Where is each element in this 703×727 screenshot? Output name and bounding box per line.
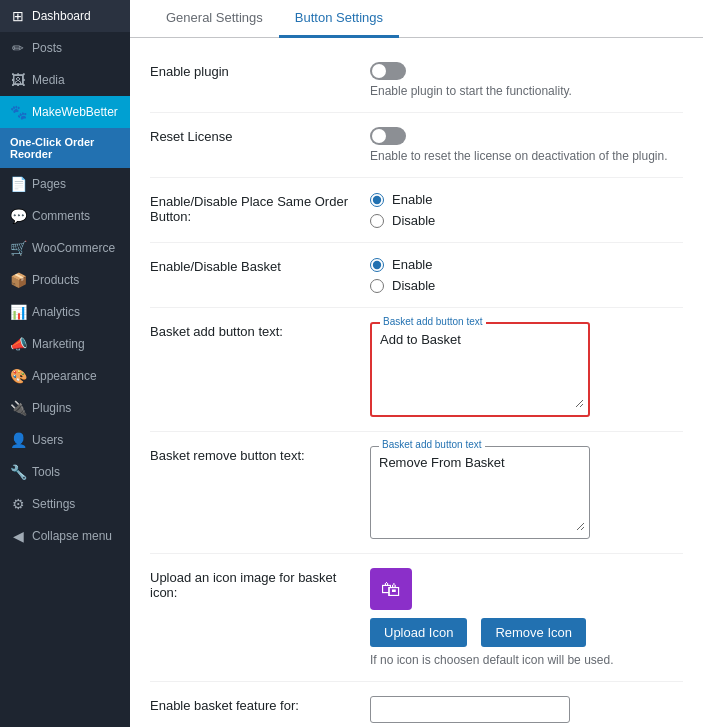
row-reset-license: Reset License Enable to reset the licens…	[150, 113, 683, 178]
radio-label-disable: Disable	[392, 213, 435, 228]
sidebar-item-label: Dashboard	[32, 9, 91, 23]
sidebar-item-posts[interactable]: ✏ Posts	[0, 32, 130, 64]
toggle-reset-license[interactable]	[370, 127, 406, 145]
main-content: General Settings Button Settings Enable …	[130, 0, 703, 727]
control-basket-remove-text: Basket add button text Remove From Baske…	[370, 446, 683, 539]
comments-icon: 💬	[10, 208, 26, 224]
desc-reset-license: Enable to reset the license on deactivat…	[370, 149, 683, 163]
upload-icon-button[interactable]: Upload Icon	[370, 618, 467, 647]
label-place-same-order: Enable/Disable Place Same Order Button:	[150, 192, 350, 224]
row-upload-icon: Upload an icon image for basket icon: 🛍 …	[150, 554, 683, 682]
plugin-header-label: One-Click Order Reorder	[10, 136, 120, 160]
radio-group-place-same-order: Enable Disable	[370, 192, 683, 228]
products-icon: 📦	[10, 272, 26, 288]
control-enable-plugin: Enable plugin to start the functionality…	[370, 62, 683, 98]
basket-add-text-input[interactable]: Add to Basket	[376, 328, 584, 408]
control-reset-license: Enable to reset the license on deactivat…	[370, 127, 683, 163]
tab-button-settings[interactable]: Button Settings	[279, 0, 399, 38]
radio-disable-place-same[interactable]: Disable	[370, 213, 683, 228]
radio-group-basket: Enable Disable	[370, 257, 683, 293]
dashboard-icon: ⊞	[10, 8, 26, 24]
label-enable-basket: Enable/Disable Basket	[150, 257, 350, 274]
sidebar-item-marketing[interactable]: 📣 Marketing	[0, 328, 130, 360]
sidebar-item-analytics[interactable]: 📊 Analytics	[0, 296, 130, 328]
collapse-icon: ◀	[10, 528, 26, 544]
posts-icon: ✏	[10, 40, 26, 56]
radio-enable-place-same[interactable]: Enable	[370, 192, 683, 207]
sidebar-item-label: Users	[32, 433, 63, 447]
label-reset-license: Reset License	[150, 127, 350, 144]
toggle-enable-plugin[interactable]	[370, 62, 406, 80]
textarea-field-label-remove: Basket add button text	[379, 439, 485, 450]
radio-input-enable-basket[interactable]	[370, 258, 384, 272]
marketing-icon: 📣	[10, 336, 26, 352]
sidebar-item-media[interactable]: 🖼 Media	[0, 64, 130, 96]
woocommerce-icon: 🛒	[10, 240, 26, 256]
sidebar: ⊞ Dashboard ✏ Posts 🖼 Media 🐾 MakeWebBet…	[0, 0, 130, 727]
control-place-same-order: Enable Disable	[370, 192, 683, 228]
sidebar-item-products[interactable]: 📦 Products	[0, 264, 130, 296]
icon-note: If no icon is choosen default icon will …	[370, 653, 683, 667]
sidebar-item-settings[interactable]: ⚙ Settings	[0, 488, 130, 520]
sidebar-item-label: Settings	[32, 497, 75, 511]
pages-icon: 📄	[10, 176, 26, 192]
desc-enable-plugin: Enable plugin to start the functionality…	[370, 84, 683, 98]
sidebar-item-woocommerce[interactable]: 🛒 WooCommerce	[0, 232, 130, 264]
row-enable-plugin: Enable plugin Enable plugin to start the…	[150, 48, 683, 113]
control-basket-feature-for	[370, 696, 683, 723]
settings-section: Enable plugin Enable plugin to start the…	[130, 38, 703, 727]
sidebar-item-collapse[interactable]: ◀ Collapse menu	[0, 520, 130, 552]
sidebar-item-label: WooCommerce	[32, 241, 115, 255]
sidebar-item-makewebbetter[interactable]: 🐾 MakeWebBetter	[0, 96, 130, 128]
basket-icon-preview: 🛍	[370, 568, 412, 610]
sidebar-item-label: Collapse menu	[32, 529, 112, 543]
sidebar-item-appearance[interactable]: 🎨 Appearance	[0, 360, 130, 392]
row-basket-add-text: Basket add button text: Basket add butto…	[150, 308, 683, 432]
settings-icon: ⚙	[10, 496, 26, 512]
label-upload-icon: Upload an icon image for basket icon:	[150, 568, 350, 600]
label-basket-remove-text: Basket remove button text:	[150, 446, 350, 463]
sidebar-item-users[interactable]: 👤 Users	[0, 424, 130, 456]
radio-disable-basket[interactable]: Disable	[370, 278, 683, 293]
woo-icon: 🛍	[381, 578, 401, 601]
label-basket-feature-for: Enable basket feature for:	[150, 696, 350, 713]
sidebar-item-label: Posts	[32, 41, 62, 55]
users-icon: 👤	[10, 432, 26, 448]
radio-input-disable-place[interactable]	[370, 214, 384, 228]
label-basket-add-text: Basket add button text:	[150, 322, 350, 339]
tab-bar: General Settings Button Settings	[130, 0, 703, 38]
sidebar-item-pages[interactable]: 📄 Pages	[0, 168, 130, 200]
sidebar-item-dashboard[interactable]: ⊞ Dashboard	[0, 0, 130, 32]
analytics-icon: 📊	[10, 304, 26, 320]
sidebar-item-label: Plugins	[32, 401, 71, 415]
sidebar-item-plugins[interactable]: 🔌 Plugins	[0, 392, 130, 424]
sidebar-plugin-header: One-Click Order Reorder	[0, 128, 130, 168]
row-basket-feature-for: Enable basket feature for:	[150, 682, 683, 727]
sidebar-item-label: Analytics	[32, 305, 80, 319]
textarea-wrapper-basket-remove: Basket add button text Remove From Baske…	[370, 446, 590, 539]
remove-icon-button[interactable]: Remove Icon	[481, 618, 586, 647]
toggle-slider	[370, 62, 406, 80]
sidebar-item-label: Pages	[32, 177, 66, 191]
sidebar-item-tools[interactable]: 🔧 Tools	[0, 456, 130, 488]
appearance-icon: 🎨	[10, 368, 26, 384]
radio-input-enable-place[interactable]	[370, 193, 384, 207]
tools-icon: 🔧	[10, 464, 26, 480]
control-upload-icon: 🛍 Upload Icon Remove Icon If no icon is …	[370, 568, 683, 667]
textarea-wrapper-basket-add: Basket add button text Add to Basket	[370, 322, 590, 417]
radio-input-disable-basket[interactable]	[370, 279, 384, 293]
basket-remove-text-input[interactable]: Remove From Basket	[375, 451, 585, 531]
tab-general-settings[interactable]: General Settings	[150, 0, 279, 38]
radio-enable-basket[interactable]: Enable	[370, 257, 683, 272]
sidebar-item-label: Marketing	[32, 337, 85, 351]
sidebar-item-label: Tools	[32, 465, 60, 479]
textarea-field-label-add: Basket add button text	[380, 316, 486, 327]
sidebar-item-comments[interactable]: 💬 Comments	[0, 200, 130, 232]
control-enable-basket: Enable Disable	[370, 257, 683, 293]
sidebar-item-label: MakeWebBetter	[32, 105, 118, 119]
radio-label-basket-enable: Enable	[392, 257, 432, 272]
media-icon: 🖼	[10, 72, 26, 88]
basket-feature-for-input[interactable]	[370, 696, 570, 723]
row-basket-remove-text: Basket remove button text: Basket add bu…	[150, 432, 683, 554]
makewebbetter-icon: 🐾	[10, 104, 26, 120]
